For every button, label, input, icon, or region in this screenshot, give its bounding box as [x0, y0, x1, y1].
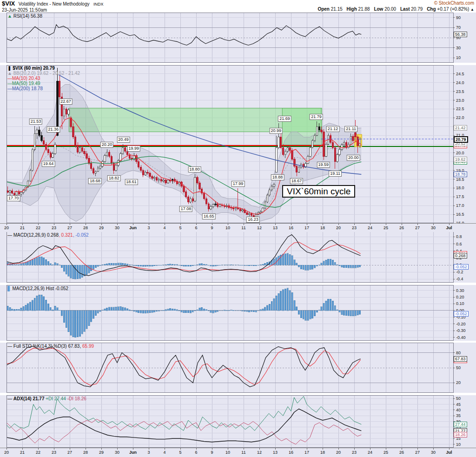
x-axis-tick	[117, 448, 118, 450]
x-axis-date-label: 4	[163, 450, 165, 455]
price-callout-label: 18.82	[107, 175, 121, 181]
price-legend-text: MA(50) 19.49	[12, 81, 40, 86]
macd-legend-text: MACD(12,26,9) 0.268	[13, 232, 59, 238]
x-axis-tick	[338, 224, 339, 225]
x-axis-tick	[370, 224, 370, 225]
x-axis-tick	[38, 224, 39, 225]
sto-legend-row: — Full STO %K(14,3) %D(3) 67.83, 65.99	[7, 344, 94, 349]
x-axis-tick	[386, 448, 386, 450]
svg-text:17.5: 17.5	[456, 194, 464, 199]
x-axis-tick	[70, 224, 70, 225]
x-axis-tick	[402, 448, 402, 450]
x-axis-tick	[86, 448, 86, 450]
svg-text:0.8: 0.8	[456, 234, 462, 239]
x-axis-date-label: Jun	[129, 225, 137, 230]
price-axis-value-bubble: 19.62	[454, 157, 467, 162]
x-axis-tick	[244, 448, 244, 450]
x-axis-tick	[338, 448, 339, 450]
rsi-legend-row: ▲ RSI(14) 56.38	[7, 13, 42, 19]
x-axis-date-label: 20	[4, 225, 9, 230]
x-axis-tick	[196, 448, 197, 450]
adx-axis-value-bubble: 18.26	[454, 432, 467, 437]
x-axis-tick	[433, 224, 434, 225]
x-axis-tick	[244, 224, 244, 225]
x-axis-tick	[149, 224, 149, 225]
x-axis-date-label: 22	[36, 450, 40, 455]
price-legend-row: ❚ $VIX (60 min) 20.79	[7, 66, 55, 71]
panel-price: 24.524.023.523.022.522.021.521.020.520.0…	[0, 65, 476, 223]
adx-legend-text: +DI 27.44	[46, 396, 66, 401]
open-label: Open	[317, 7, 330, 12]
last-label: Last	[400, 7, 410, 12]
svg-text:24.5: 24.5	[456, 72, 464, 76]
x-axis-date-label: 20	[336, 225, 341, 230]
svg-text:70: 70	[456, 25, 461, 30]
chart-header: © StockCharts.com $VIX Volatility Index …	[0, 0, 476, 13]
high-label: High	[347, 7, 357, 12]
x-axis-date-label: 23	[352, 225, 357, 230]
svg-text:0.6: 0.6	[456, 242, 462, 246]
x-axis-tick	[275, 448, 276, 450]
x-axis-date-label: 30	[115, 450, 119, 455]
line-swatch-icon: —	[7, 396, 13, 401]
price-callout-label: 18.61	[125, 179, 138, 185]
svg-text:20.0: 20.0	[456, 151, 464, 155]
low-value: 20.00	[384, 7, 396, 12]
svg-text:45: 45	[456, 402, 461, 407]
x-axis-tick	[70, 448, 70, 450]
candlestick-icon: ❚	[7, 66, 13, 71]
x-axis-date-label: 22	[36, 225, 40, 230]
panel-hist: 0.300.200.100.00-0.10-0.20-0.30-0.40	[0, 285, 476, 341]
x-axis-date-label: 9	[211, 225, 213, 230]
x-axis-date-label: 30	[431, 450, 436, 455]
x-axis-date-label: 10	[225, 225, 230, 230]
price-callout-label: 18.80	[188, 166, 201, 172]
x-axis-date-label: 17	[304, 225, 309, 230]
panel-adx: 504540353025201510	[0, 395, 476, 448]
x-axis-date-label: 9	[211, 450, 213, 455]
svg-text:18.5: 18.5	[456, 177, 464, 182]
x-axis-tick	[228, 224, 228, 225]
hist-legend-text: MACD(12,26,9) Hist -0.052	[11, 286, 68, 291]
panel-rsi: 9070503010	[0, 13, 476, 63]
price-axis-value-bubble: 20.79	[454, 136, 468, 143]
svg-text:22.5: 22.5	[456, 106, 464, 111]
price-legend-text: MA(200) 18.78	[12, 86, 43, 91]
price-callout-label: 21.69	[278, 116, 291, 122]
x-axis-tick	[449, 224, 450, 225]
x-axis-date-label: 20	[336, 450, 341, 455]
x-axis-tick	[275, 224, 276, 225]
svg-text:-0.40: -0.40	[456, 335, 466, 340]
price-callout-label: 16.65	[202, 213, 216, 219]
x-axis-date-label: 28	[83, 450, 88, 455]
x-axis-date-label: 12	[257, 225, 262, 230]
x-axis-date-label: 13	[273, 450, 278, 455]
x-axis-strip-1: 2021222327282930Jun345691011121316171820…	[0, 223, 476, 232]
price-callout-label: 18.88	[271, 174, 284, 180]
x-axis-date-label: 24	[368, 450, 372, 455]
adx-legend-row: — ADX(14) 21.77 +DI 27.44 -DI 18.26	[7, 396, 86, 401]
last-value: 20.79	[411, 7, 423, 12]
line-swatch-icon: —	[7, 81, 12, 86]
svg-text:80: 80	[456, 351, 461, 355]
price-callout-label: 18.67	[290, 178, 304, 184]
svg-text:18.0: 18.0	[456, 185, 464, 190]
svg-text:-0.2: -0.2	[456, 270, 463, 274]
x-axis-tick	[38, 448, 39, 450]
up-arrow-icon: ▲	[470, 7, 474, 12]
price-legend-row: —MA(50) 19.49	[7, 81, 40, 86]
panel-sto: 805020	[0, 343, 476, 393]
svg-text:0.30: 0.30	[456, 288, 464, 293]
price-callout-label: 20.20	[100, 142, 114, 148]
svg-text:0.10: 0.10	[456, 301, 464, 306]
line-swatch-icon: —	[7, 76, 12, 81]
x-axis-tick	[259, 224, 260, 225]
x-axis-date-label: 17	[304, 450, 309, 455]
price-callout-label: 22.67	[59, 99, 73, 105]
rsi-legend-text: RSI(14) 56.38	[12, 13, 42, 19]
svg-text:50: 50	[456, 396, 461, 401]
price-legend-text: $VIX (60 min) 20.79	[13, 66, 55, 71]
svg-text:10: 10	[456, 442, 461, 447]
chg-label: Chg	[427, 7, 436, 12]
x-axis-tick	[133, 224, 133, 225]
